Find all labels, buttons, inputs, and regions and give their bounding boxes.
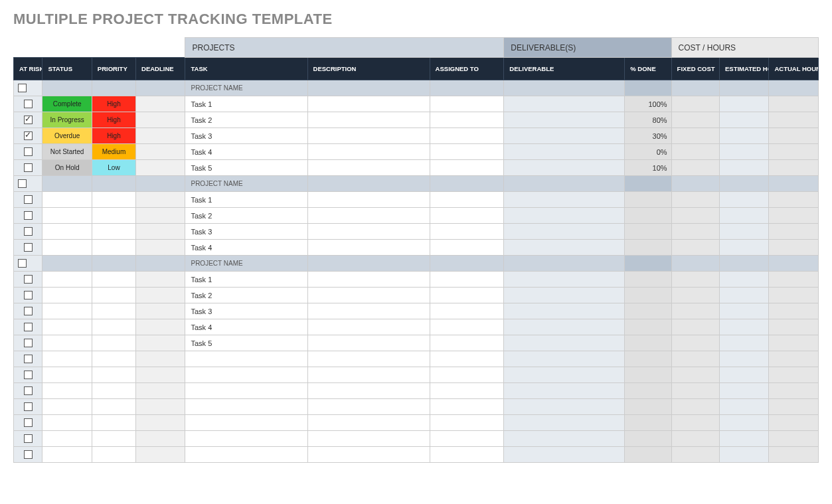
deliverable-cell[interactable] xyxy=(504,399,625,415)
task-cell[interactable] xyxy=(185,415,307,431)
checkbox-icon[interactable] xyxy=(18,259,27,268)
fixedcost-cell[interactable] xyxy=(671,431,719,447)
description-cell[interactable] xyxy=(307,112,430,128)
task-cell[interactable]: PROJECT NAME xyxy=(185,256,307,272)
assigned-cell[interactable] xyxy=(430,224,504,240)
task-cell[interactable]: Task 3 xyxy=(185,128,307,144)
checkbox-icon[interactable] xyxy=(24,163,33,172)
pctdone-cell[interactable] xyxy=(625,256,671,272)
assigned-cell[interactable] xyxy=(430,303,504,319)
deliverable-cell[interactable] xyxy=(504,383,625,399)
description-cell[interactable] xyxy=(307,144,430,160)
fixedcost-cell[interactable] xyxy=(671,367,719,383)
assigned-cell[interactable] xyxy=(430,240,504,256)
priority-cell[interactable]: Low xyxy=(92,160,135,176)
description-cell[interactable] xyxy=(307,447,430,463)
deliverable-cell[interactable] xyxy=(504,447,625,463)
actualhours-cell[interactable] xyxy=(769,319,819,335)
task-cell[interactable]: PROJECT NAME xyxy=(185,176,307,192)
actualhours-cell[interactable] xyxy=(769,128,819,144)
atrisk-cell[interactable] xyxy=(14,176,42,192)
priority-cell[interactable] xyxy=(92,431,135,447)
checkbox-icon[interactable] xyxy=(24,402,33,411)
actualhours-cell[interactable] xyxy=(769,383,819,399)
fixedcost-cell[interactable] xyxy=(671,272,719,288)
checkbox-icon[interactable] xyxy=(24,131,33,140)
status-cell[interactable] xyxy=(42,431,92,447)
atrisk-cell[interactable] xyxy=(14,240,42,256)
atrisk-cell[interactable] xyxy=(14,80,42,96)
task-cell[interactable] xyxy=(185,351,307,367)
actualhours-cell[interactable] xyxy=(769,351,819,367)
fixedcost-cell[interactable] xyxy=(671,288,719,303)
atrisk-cell[interactable] xyxy=(14,335,42,351)
fixedcost-cell[interactable] xyxy=(671,176,719,192)
actualhours-cell[interactable] xyxy=(769,256,819,272)
status-cell[interactable] xyxy=(42,335,92,351)
assigned-cell[interactable] xyxy=(430,399,504,415)
esthours-cell[interactable] xyxy=(719,367,768,383)
deadline-cell[interactable] xyxy=(136,208,185,224)
deliverable-cell[interactable] xyxy=(504,272,625,288)
priority-cell[interactable] xyxy=(92,303,135,319)
esthours-cell[interactable] xyxy=(719,80,768,96)
deliverable-cell[interactable] xyxy=(504,176,625,192)
esthours-cell[interactable] xyxy=(719,319,768,335)
task-cell[interactable] xyxy=(185,447,307,463)
atrisk-cell[interactable] xyxy=(14,351,42,367)
atrisk-cell[interactable] xyxy=(14,208,42,224)
esthours-cell[interactable] xyxy=(719,351,768,367)
fixedcost-cell[interactable] xyxy=(671,128,719,144)
atrisk-cell[interactable] xyxy=(14,447,42,463)
atrisk-cell[interactable] xyxy=(14,192,42,208)
actualhours-cell[interactable] xyxy=(769,303,819,319)
deliverable-cell[interactable] xyxy=(504,224,625,240)
status-cell[interactable] xyxy=(42,288,92,303)
status-cell[interactable]: In Progress xyxy=(42,112,92,128)
pctdone-cell[interactable] xyxy=(625,303,671,319)
status-cell[interactable] xyxy=(42,176,92,192)
pctdone-cell[interactable] xyxy=(625,431,671,447)
esthours-cell[interactable] xyxy=(719,160,768,176)
assigned-cell[interactable] xyxy=(430,160,504,176)
description-cell[interactable] xyxy=(307,208,430,224)
esthours-cell[interactable] xyxy=(719,431,768,447)
fixedcost-cell[interactable] xyxy=(671,192,719,208)
assigned-cell[interactable] xyxy=(430,256,504,272)
pctdone-cell[interactable] xyxy=(625,176,671,192)
deadline-cell[interactable] xyxy=(136,160,185,176)
deadline-cell[interactable] xyxy=(136,240,185,256)
pctdone-cell[interactable] xyxy=(625,272,671,288)
checkbox-icon[interactable] xyxy=(24,275,33,284)
deadline-cell[interactable] xyxy=(136,176,185,192)
actualhours-cell[interactable] xyxy=(769,240,819,256)
priority-cell[interactable] xyxy=(92,335,135,351)
checkbox-icon[interactable] xyxy=(24,386,33,395)
priority-cell[interactable]: Medium xyxy=(92,144,135,160)
priority-cell[interactable] xyxy=(92,288,135,303)
actualhours-cell[interactable] xyxy=(769,176,819,192)
assigned-cell[interactable] xyxy=(430,431,504,447)
assigned-cell[interactable] xyxy=(430,319,504,335)
status-cell[interactable] xyxy=(42,319,92,335)
priority-cell[interactable]: High xyxy=(92,112,135,128)
actualhours-cell[interactable] xyxy=(769,399,819,415)
assigned-cell[interactable] xyxy=(430,288,504,303)
priority-cell[interactable] xyxy=(92,224,135,240)
status-cell[interactable] xyxy=(42,447,92,463)
deadline-cell[interactable] xyxy=(136,383,185,399)
status-cell[interactable]: Overdue xyxy=(42,128,92,144)
checkbox-icon[interactable] xyxy=(24,291,33,299)
deadline-cell[interactable] xyxy=(136,447,185,463)
status-cell[interactable] xyxy=(42,272,92,288)
description-cell[interactable] xyxy=(307,80,430,96)
status-cell[interactable] xyxy=(42,192,92,208)
deadline-cell[interactable] xyxy=(136,192,185,208)
actualhours-cell[interactable] xyxy=(769,335,819,351)
pctdone-cell[interactable]: 80% xyxy=(625,112,671,128)
checkbox-icon[interactable] xyxy=(24,227,33,236)
task-cell[interactable] xyxy=(185,399,307,415)
priority-cell[interactable] xyxy=(92,272,135,288)
atrisk-cell[interactable] xyxy=(14,96,42,112)
task-cell[interactable]: Task 2 xyxy=(185,112,307,128)
